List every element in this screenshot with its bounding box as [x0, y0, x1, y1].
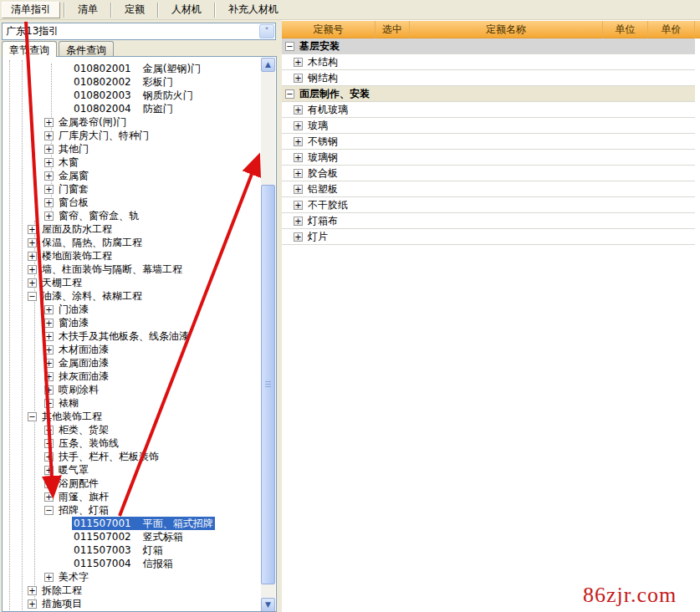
tree-item[interactable]: +喷刷涂料: [3, 383, 261, 396]
expand-icon[interactable]: +: [44, 439, 54, 448]
tree-scrollbar[interactable]: ▲ ▼: [261, 58, 275, 612]
expand-icon[interactable]: +: [44, 185, 54, 194]
tree-item[interactable]: +压条、装饰线: [3, 436, 261, 450]
expand-icon[interactable]: +: [44, 319, 54, 328]
expand-icon[interactable]: +: [294, 74, 303, 83]
tree-item[interactable]: +窗油漆: [3, 316, 261, 329]
tree-item[interactable]: +金属窗: [3, 169, 261, 182]
scroll-down-icon[interactable]: ▼: [261, 598, 275, 612]
tree-item[interactable]: +暖气罩: [3, 463, 261, 477]
expand-icon[interactable]: +: [28, 278, 37, 288]
tree-item[interactable]: +美术字: [3, 570, 261, 584]
expand-icon[interactable]: +: [44, 212, 54, 221]
tree-item[interactable]: +裱糊: [3, 396, 261, 410]
expand-icon[interactable]: +: [44, 332, 54, 341]
tree-item[interactable]: +保温、隔热、防腐工程: [3, 236, 261, 249]
expand-icon[interactable]: +: [28, 265, 37, 274]
tree-item[interactable]: 011507003灯箱: [3, 543, 261, 557]
expand-icon[interactable]: +: [294, 121, 303, 130]
tree-item[interactable]: 010802002彩板门: [3, 75, 261, 89]
expand-icon[interactable]: +: [44, 385, 54, 395]
column-header-1[interactable]: 定额号: [282, 21, 376, 38]
tree-item[interactable]: 011507001平面、箱式招牌: [3, 517, 261, 530]
tree-item[interactable]: +楼地面装饰工程: [3, 249, 261, 263]
tree-item[interactable]: +金属卷帘(闸)门: [3, 115, 261, 129]
tree-item[interactable]: −其他装饰工程: [3, 410, 261, 423]
toolbar-button-3[interactable]: 定额: [115, 2, 154, 18]
table-row[interactable]: +铝塑板: [282, 181, 695, 197]
table-row[interactable]: +木结构: [282, 54, 695, 70]
expand-icon[interactable]: +: [28, 599, 37, 609]
tree-item[interactable]: −油漆、涂料、裱糊工程: [3, 289, 261, 303]
expand-icon[interactable]: +: [44, 573, 54, 582]
column-header-2[interactable]: 选中: [376, 21, 410, 38]
toolbar-button-1[interactable]: 清单指引: [2, 2, 60, 18]
collapse-icon[interactable]: −: [44, 506, 54, 515]
expand-icon[interactable]: +: [44, 131, 54, 140]
table-row[interactable]: +灯片: [282, 229, 695, 245]
tree-item[interactable]: +雨篷、旗杆: [3, 490, 261, 503]
table-row[interactable]: +玻璃: [282, 118, 695, 134]
expand-icon[interactable]: +: [44, 452, 54, 462]
table-row[interactable]: +玻璃钢: [282, 150, 695, 166]
tree-item[interactable]: +其他门: [3, 142, 261, 156]
tree-item[interactable]: +窗帘、窗帘盒、轨: [3, 209, 261, 222]
expand-icon[interactable]: +: [44, 118, 54, 127]
table-row[interactable]: +不锈钢: [282, 134, 695, 150]
tree-item[interactable]: +柜类、货架: [3, 423, 261, 436]
expand-icon[interactable]: +: [44, 426, 54, 435]
collapse-icon[interactable]: −: [285, 89, 294, 99]
table-row[interactable]: +灯箱布: [282, 213, 695, 229]
tree-item[interactable]: +天棚工程: [3, 276, 261, 289]
expand-icon[interactable]: +: [294, 105, 303, 115]
tree-item[interactable]: +抹灰面油漆: [3, 370, 261, 383]
expand-icon[interactable]: +: [294, 232, 303, 242]
tab-chapter-query[interactable]: 章节查询: [2, 41, 57, 57]
table-row[interactable]: +胶合板: [282, 166, 695, 181]
collapse-icon[interactable]: −: [28, 412, 37, 421]
chevron-down-icon[interactable]: ˅: [259, 24, 274, 38]
column-header-5[interactable]: 单价: [648, 21, 695, 38]
tree-item[interactable]: +窗台板: [3, 196, 261, 209]
expand-icon[interactable]: +: [294, 58, 303, 67]
tree-item[interactable]: 010802003钢质防火门: [3, 89, 261, 102]
tree-item[interactable]: −招牌、灯箱: [3, 503, 261, 517]
tree-item[interactable]: +门油漆: [3, 303, 261, 316]
tree-item[interactable]: +拆除工程: [3, 584, 261, 597]
toolbar-button-2[interactable]: 清单: [69, 2, 107, 18]
tree-item[interactable]: 011507004信报箱: [3, 557, 261, 570]
collapse-icon[interactable]: −: [285, 42, 294, 51]
expand-icon[interactable]: +: [28, 252, 37, 261]
table-group-row[interactable]: −面层制作、安装: [282, 86, 695, 102]
tree-item[interactable]: 011507002竖式标箱: [3, 530, 261, 543]
tree-item[interactable]: +扶手、栏杆、栏板装饰: [3, 450, 261, 463]
table-group-row[interactable]: −基层安装: [282, 38, 695, 54]
expand-icon[interactable]: +: [294, 201, 303, 210]
expand-icon[interactable]: +: [44, 345, 54, 354]
tree-item[interactable]: +屋面及防水工程: [3, 222, 261, 236]
expand-icon[interactable]: +: [294, 153, 303, 162]
expand-icon[interactable]: +: [294, 137, 303, 146]
expand-icon[interactable]: +: [28, 238, 37, 247]
expand-icon[interactable]: +: [28, 225, 37, 234]
tree-item[interactable]: +木窗: [3, 156, 261, 169]
expand-icon[interactable]: +: [28, 586, 37, 595]
expand-icon[interactable]: +: [44, 466, 54, 475]
expand-icon[interactable]: +: [44, 158, 54, 167]
tree-item[interactable]: +浴厕配件: [3, 477, 261, 490]
column-header-3[interactable]: 定额名称: [410, 21, 603, 38]
toolbar-button-4[interactable]: 人材机: [162, 2, 211, 18]
expand-icon[interactable]: +: [44, 171, 54, 181]
guide-selector[interactable]: 广东13指引 ˅: [2, 23, 276, 40]
expand-icon[interactable]: +: [44, 359, 54, 368]
column-header-4[interactable]: 单位: [603, 21, 648, 38]
expand-icon[interactable]: +: [44, 492, 54, 502]
table-row[interactable]: +不干胶纸: [282, 197, 695, 213]
expand-icon[interactable]: +: [44, 305, 54, 314]
collapse-icon[interactable]: −: [28, 292, 37, 301]
expand-icon[interactable]: +: [294, 217, 303, 226]
expand-icon[interactable]: +: [44, 399, 54, 408]
tree-item[interactable]: 010802001金属(塑钢)门: [3, 62, 261, 75]
tree-item[interactable]: +门窗套: [3, 182, 261, 196]
expand-icon[interactable]: +: [44, 479, 54, 488]
